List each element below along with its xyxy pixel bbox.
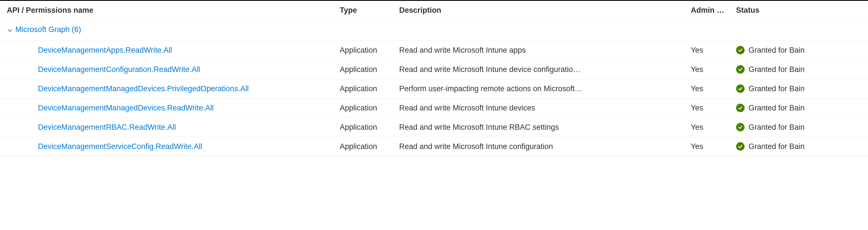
permission-admin-consent: Yes	[691, 79, 736, 98]
permission-status-cell: Granted for Bain	[736, 40, 868, 60]
permission-status-label: Granted for Bain	[748, 104, 805, 112]
permission-description: Read and write Microsoft Intune device c…	[399, 60, 691, 79]
table-row: DeviceManagementApps.ReadWrite.AllApplic…	[0, 40, 868, 60]
permission-name-link[interactable]: DeviceManagementConfiguration.ReadWrite.…	[7, 65, 200, 74]
granted-check-icon	[736, 84, 745, 93]
permission-description: Read and write Microsoft Intune configur…	[399, 137, 691, 156]
api-group-row: Microsoft Graph (6)	[0, 20, 868, 41]
permission-description: Perform user-impacting remote actions on…	[399, 79, 691, 98]
api-group-label: Microsoft Graph (6)	[15, 25, 81, 34]
permission-type: Application	[340, 40, 399, 60]
table-row: DeviceManagementManagedDevices.Privilege…	[0, 79, 868, 98]
granted-check-icon	[736, 142, 745, 151]
column-header-name[interactable]: API / Permissions name	[0, 1, 340, 20]
permission-description: Read and write Microsoft Intune apps	[399, 40, 691, 60]
permission-name-link[interactable]: DeviceManagementManagedDevices.Privilege…	[7, 84, 249, 93]
column-header-type[interactable]: Type	[340, 1, 399, 20]
granted-check-icon	[736, 65, 745, 74]
granted-check-icon	[736, 123, 745, 132]
permission-status-label: Granted for Bain	[748, 84, 805, 93]
permission-description: Read and write Microsoft Intune devices	[399, 98, 691, 118]
permission-status-label: Granted for Bain	[748, 142, 805, 151]
permission-status-cell: Granted for Bain	[736, 79, 868, 98]
api-group-toggle[interactable]: Microsoft Graph (6)	[7, 25, 81, 34]
permission-status-label: Granted for Bain	[748, 123, 805, 132]
permission-name-link[interactable]: DeviceManagementApps.ReadWrite.All	[7, 46, 172, 55]
table-row: DeviceManagementServiceConfig.ReadWrite.…	[0, 137, 868, 156]
permission-status-cell: Granted for Bain	[736, 98, 868, 118]
table-row: DeviceManagementConfiguration.ReadWrite.…	[0, 60, 868, 79]
table-row: DeviceManagementManagedDevices.ReadWrite…	[0, 98, 868, 118]
granted-check-icon	[736, 104, 745, 112]
permission-type: Application	[340, 137, 399, 156]
column-header-status[interactable]: Status	[736, 1, 868, 20]
permission-type: Application	[340, 118, 399, 137]
column-header-admin[interactable]: Admin …	[691, 1, 736, 20]
permission-name-link[interactable]: DeviceManagementRBAC.ReadWrite.All	[7, 123, 176, 132]
table-row: DeviceManagementRBAC.ReadWrite.AllApplic…	[0, 118, 868, 137]
permission-admin-consent: Yes	[691, 98, 736, 118]
permission-type: Application	[340, 79, 399, 98]
permission-admin-consent: Yes	[691, 118, 736, 137]
permission-admin-consent: Yes	[691, 60, 736, 79]
permission-name-link[interactable]: DeviceManagementManagedDevices.ReadWrite…	[7, 104, 214, 112]
permission-type: Application	[340, 98, 399, 118]
permission-description: Read and write Microsoft Intune RBAC set…	[399, 118, 691, 137]
permission-name-link[interactable]: DeviceManagementServiceConfig.ReadWrite.…	[7, 142, 202, 151]
permission-status-cell: Granted for Bain	[736, 137, 868, 156]
permission-status-cell: Granted for Bain	[736, 60, 868, 79]
permission-status-cell: Granted for Bain	[736, 118, 868, 137]
permission-type: Application	[340, 60, 399, 79]
chevron-down-icon	[7, 27, 13, 33]
permission-admin-consent: Yes	[691, 137, 736, 156]
permission-status-label: Granted for Bain	[748, 65, 805, 74]
permission-status-label: Granted for Bain	[748, 46, 805, 55]
table-header-row: API / Permissions name Type Description …	[0, 1, 868, 20]
permission-admin-consent: Yes	[691, 40, 736, 60]
column-header-description[interactable]: Description	[399, 1, 691, 20]
permissions-table: API / Permissions name Type Description …	[0, 0, 868, 156]
granted-check-icon	[736, 46, 745, 54]
